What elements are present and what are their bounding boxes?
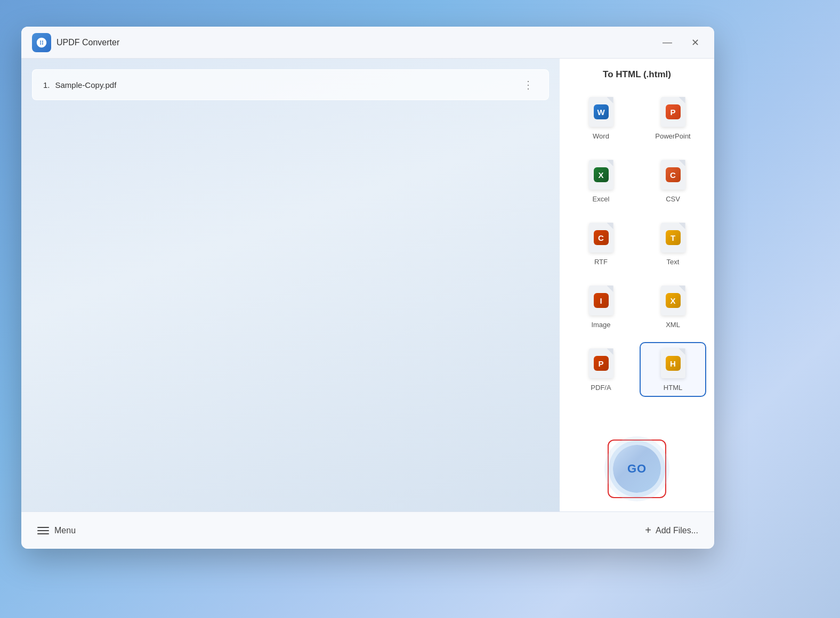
bottom-bar: Menu + Add Files... xyxy=(21,511,714,549)
word-label: Word xyxy=(593,132,609,140)
html-label: HTML xyxy=(664,384,682,392)
go-button-wrapper: GO xyxy=(608,440,666,498)
format-item-image[interactable]: IImage xyxy=(568,279,634,334)
titlebar-controls: — ✕ xyxy=(658,35,704,51)
image-icon: I xyxy=(587,284,615,316)
menu-line-3 xyxy=(37,533,49,534)
html-badge: H xyxy=(666,356,681,371)
pdfa-badge: P xyxy=(594,356,609,371)
xml-label: XML xyxy=(666,321,680,329)
file-item-left: 1. Sample-Copy.pdf xyxy=(43,80,116,90)
xml-icon: X xyxy=(659,284,687,316)
rtf-label: RTF xyxy=(594,258,608,266)
format-item-csv[interactable]: CCSV xyxy=(640,153,706,208)
add-files-label: Add Files... xyxy=(656,526,698,535)
image-badge: I xyxy=(594,293,609,308)
format-item-pdfa[interactable]: PPDF/A xyxy=(568,342,634,397)
app-title: UPDF Converter xyxy=(56,38,119,47)
menu-line-1 xyxy=(37,527,49,528)
format-item-xml[interactable]: XXML xyxy=(640,279,706,334)
file-index: 1. xyxy=(43,80,50,90)
excel-badge: X xyxy=(594,167,609,182)
csv-badge: C xyxy=(666,167,681,182)
text-label: Text xyxy=(667,258,680,266)
format-item-rtf[interactable]: CRTF xyxy=(568,216,634,271)
svg-point-0 xyxy=(40,41,43,44)
menu-line-2 xyxy=(37,530,49,531)
app-icon xyxy=(32,33,51,52)
word-badge: W xyxy=(594,104,609,119)
titlebar: UPDF Converter — ✕ xyxy=(21,27,714,59)
format-item-ppt[interactable]: PPowerPoint xyxy=(640,91,706,145)
file-name: Sample-Copy.pdf xyxy=(55,80,117,90)
text-icon: T xyxy=(659,222,687,254)
excel-label: Excel xyxy=(593,195,610,203)
text-badge: T xyxy=(666,230,681,245)
file-list-area: 1. Sample-Copy.pdf ⋮ xyxy=(21,59,560,511)
csv-icon: C xyxy=(659,159,687,191)
menu-button[interactable]: Menu xyxy=(37,526,76,535)
format-item-html[interactable]: HHTML xyxy=(640,342,706,397)
ppt-badge: P xyxy=(666,104,681,119)
format-item-word[interactable]: WWord xyxy=(568,91,634,145)
format-panel-title: To HTML (.html) xyxy=(568,69,706,80)
pdfa-label: PDF/A xyxy=(591,384,611,392)
titlebar-left: UPDF Converter xyxy=(32,33,119,52)
app-window: UPDF Converter — ✕ 1. Sample-Copy.pdf ⋮ … xyxy=(21,27,714,549)
format-grid: WWordPPowerPointXExcelCCSVCRTFTTextIImag… xyxy=(568,91,706,397)
file-item: 1. Sample-Copy.pdf ⋮ xyxy=(32,69,549,100)
html-icon: H xyxy=(659,347,687,379)
ppt-icon: P xyxy=(659,96,687,128)
close-button[interactable]: ✕ xyxy=(687,35,704,51)
ppt-label: PowerPoint xyxy=(655,132,690,140)
plus-icon: + xyxy=(645,524,651,536)
xml-badge: X xyxy=(666,293,681,308)
add-files-button[interactable]: + Add Files... xyxy=(645,524,698,536)
format-item-excel[interactable]: XExcel xyxy=(568,153,634,208)
image-label: Image xyxy=(591,321,610,329)
format-item-text[interactable]: TText xyxy=(640,216,706,271)
file-item-menu-button[interactable]: ⋮ xyxy=(519,77,538,92)
hamburger-icon xyxy=(37,527,49,534)
menu-label: Menu xyxy=(54,526,76,535)
go-button[interactable]: GO xyxy=(613,445,661,493)
word-icon: W xyxy=(587,96,615,128)
minimize-button[interactable]: — xyxy=(658,35,676,51)
rtf-icon: C xyxy=(587,222,615,254)
csv-label: CSV xyxy=(666,195,680,203)
pdfa-icon: P xyxy=(587,347,615,379)
rtf-badge: C xyxy=(594,230,609,245)
excel-icon: X xyxy=(587,159,615,191)
